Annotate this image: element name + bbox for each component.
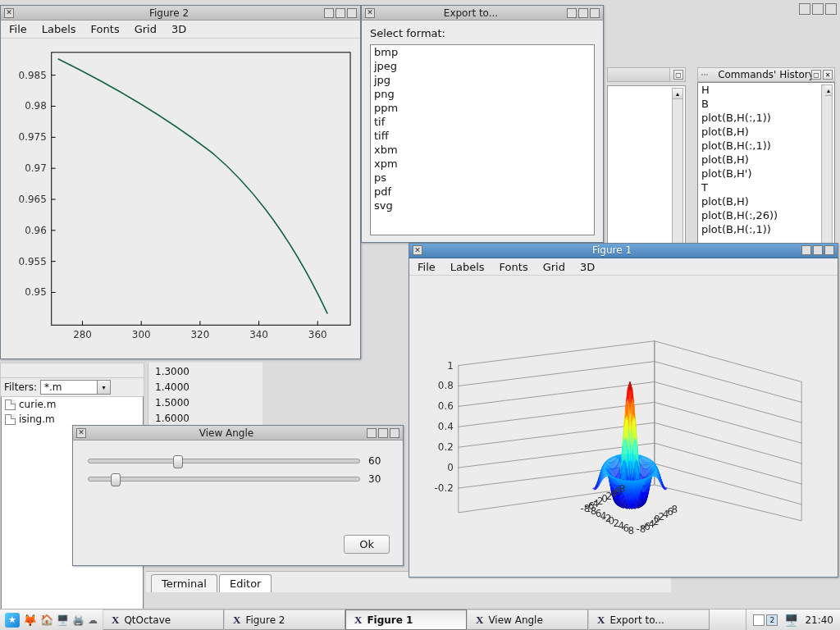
close-icon[interactable]: ✕	[365, 8, 375, 18]
close-icon[interactable]: ✕	[4, 8, 14, 18]
history-item[interactable]: plot(B,H(:,26))	[698, 208, 834, 222]
view-angle-window: ✕ View Angle 60 30 Ok	[72, 425, 404, 566]
tab-editor[interactable]: Editor	[219, 574, 272, 592]
format-item[interactable]: bmp	[371, 45, 594, 59]
tray-icon[interactable]: 🖨️	[72, 614, 84, 626]
svg-rect-0	[52, 52, 350, 325]
maximize-icon[interactable]	[813, 245, 823, 255]
svg-text:0.97: 0.97	[25, 162, 47, 174]
menu-grid[interactable]: Grid	[543, 261, 565, 273]
view-angle-titlebar[interactable]: ✕ View Angle	[73, 426, 403, 441]
svg-line-34	[655, 423, 801, 464]
history-item[interactable]: plot(B,H)	[698, 194, 834, 208]
undock-icon[interactable]: ▢	[811, 70, 821, 80]
menu-fonts[interactable]: Fonts	[500, 261, 528, 273]
filters-label: Filters:	[4, 381, 37, 393]
format-item[interactable]: tif	[371, 115, 594, 129]
close-icon[interactable]	[590, 8, 600, 18]
tray-icon[interactable]: 🦊	[23, 614, 37, 627]
figure2-titlebar[interactable]: ✕ Figure 2	[1, 6, 360, 21]
close-icon[interactable]	[390, 428, 399, 438]
close-icon[interactable]	[824, 245, 834, 255]
menu-3d[interactable]: 3D	[580, 261, 595, 273]
tray-icon[interactable]: ☁	[88, 614, 98, 626]
svg-text:0.2: 0.2	[438, 442, 454, 454]
format-item[interactable]: tiff	[371, 129, 594, 143]
task-view-angle[interactable]: XView Angle	[467, 609, 588, 630]
history-item[interactable]: B	[698, 97, 834, 111]
ok-button[interactable]: Ok	[344, 535, 390, 554]
menu-labels[interactable]: Labels	[450, 261, 485, 273]
menu-3d[interactable]: 3D	[171, 23, 186, 35]
minimize-icon[interactable]	[799, 3, 810, 15]
maximize-icon[interactable]	[578, 8, 588, 18]
figure1-titlebar[interactable]: ✕ Figure 1	[409, 244, 838, 258]
slider-thumb[interactable]	[173, 455, 183, 468]
svg-text:8: 8	[628, 526, 634, 537]
tab-terminal[interactable]: Terminal	[151, 574, 217, 592]
history-item[interactable]: T	[698, 180, 834, 194]
format-item[interactable]: svg	[371, 199, 594, 212]
tray-icon[interactable]: 🖥️	[784, 614, 798, 627]
task-export[interactable]: XExport to...	[588, 609, 710, 630]
task-figure1[interactable]: XFigure 1	[345, 609, 467, 630]
svg-text:0.8: 0.8	[438, 381, 454, 392]
azimuth-slider[interactable]	[88, 477, 360, 482]
start-icon[interactable]: ★	[5, 613, 20, 628]
svg-text:0: 0	[447, 462, 454, 473]
format-item[interactable]: png	[371, 87, 594, 101]
task-figure2[interactable]: XFigure 2	[224, 609, 345, 630]
history-item[interactable]: plot(B,H(:,1))	[698, 139, 834, 153]
svg-text:8: 8	[619, 484, 626, 495]
minimize-icon[interactable]	[567, 8, 577, 18]
maximize-icon[interactable]	[378, 428, 388, 438]
minimize-icon[interactable]	[324, 8, 334, 18]
history-item[interactable]: plot(B,H(:,1))	[698, 111, 834, 125]
format-item[interactable]: xpm	[371, 157, 594, 171]
file-item[interactable]: curie.m	[2, 397, 143, 412]
menu-grid[interactable]: Grid	[135, 23, 157, 35]
menu-fonts[interactable]: Fonts	[91, 23, 120, 35]
file-icon	[5, 414, 16, 425]
history-item[interactable]: plot(B,H')	[698, 167, 834, 180]
history-item[interactable]: plot(B,H(:,1))	[698, 222, 834, 236]
format-item[interactable]: jpeg	[371, 59, 594, 73]
maximize-icon[interactable]	[812, 3, 824, 15]
menu-file[interactable]: File	[9, 23, 27, 35]
filter-input[interactable]	[40, 380, 98, 395]
tray-icon[interactable]: 🖥️	[57, 614, 69, 626]
format-item[interactable]: pdf	[371, 185, 594, 199]
filter-combo[interactable]: ▾	[40, 380, 111, 395]
close-icon[interactable]: ✕	[413, 245, 422, 255]
format-item[interactable]: ps	[371, 171, 594, 185]
slider-thumb[interactable]	[111, 473, 121, 486]
format-item[interactable]: jpg	[371, 73, 594, 87]
close-icon[interactable]: ✕	[76, 428, 86, 438]
minimize-icon[interactable]	[367, 428, 377, 438]
svg-line-27	[459, 362, 655, 386]
maximize-icon[interactable]	[336, 8, 345, 18]
export-titlebar[interactable]: ✕ Export to...	[362, 6, 603, 21]
menu-file[interactable]: File	[418, 261, 436, 273]
format-item[interactable]: ppm	[371, 101, 594, 115]
minimize-icon[interactable]	[801, 245, 811, 255]
close-icon[interactable]	[347, 8, 357, 18]
close-icon[interactable]: ✕	[823, 70, 833, 80]
history-item[interactable]: plot(B,H)	[698, 153, 834, 167]
elevation-slider[interactable]	[88, 459, 360, 463]
close-icon[interactable]	[825, 3, 837, 15]
desktop-switcher[interactable]: 2	[753, 614, 778, 626]
format-item[interactable]: xbm	[371, 143, 594, 157]
task-qtoctave[interactable]: XQtOctave	[103, 609, 224, 630]
scroll-up-icon[interactable]: ▴	[673, 89, 682, 99]
menu-labels[interactable]: Labels	[42, 23, 76, 35]
history-item[interactable]: H	[698, 83, 834, 97]
chevron-down-icon[interactable]: ▾	[98, 380, 111, 395]
tray-icon[interactable]: 🏠	[40, 614, 53, 626]
undock-icon[interactable]: ▢	[673, 70, 683, 80]
scroll-up-icon[interactable]: ▴	[825, 85, 832, 96]
history-item[interactable]: plot(B,H)	[698, 125, 834, 139]
format-list[interactable]: bmp jpeg jpg png ppm tif tiff xbm xpm ps…	[370, 44, 595, 235]
file-icon	[5, 399, 16, 410]
svg-text:0.4: 0.4	[438, 422, 454, 433]
